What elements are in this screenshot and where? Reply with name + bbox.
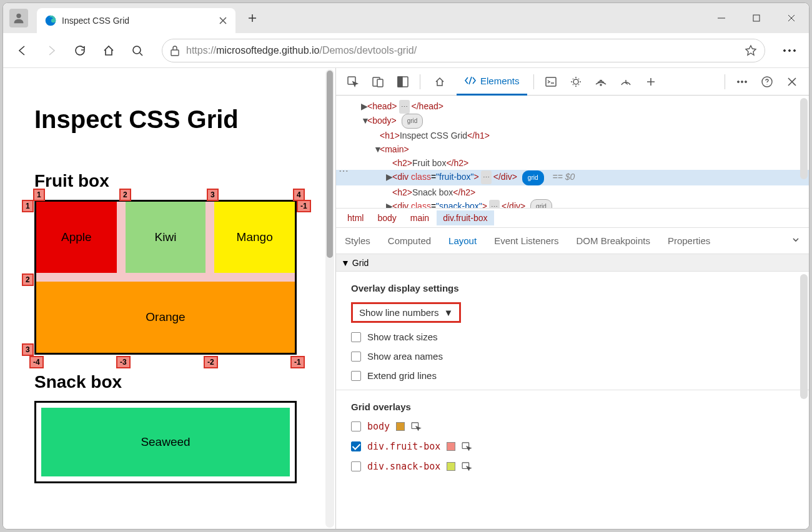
breadcrumb: html body main div.fruit-box: [336, 208, 809, 228]
grid-line-label: 1: [33, 189, 45, 201]
inspect-icon[interactable]: [342, 71, 364, 92]
favorite-icon[interactable]: [745, 44, 757, 57]
add-tool-icon[interactable]: [640, 71, 661, 92]
grid-line-label: 3: [207, 189, 219, 201]
grid-overlays-heading: Grid overlays: [351, 401, 794, 412]
tab-event-listeners[interactable]: Event Listeners: [494, 235, 558, 246]
network-icon[interactable]: [590, 71, 611, 92]
tab-dom-breakpoints[interactable]: DOM Breakpoints: [577, 235, 650, 246]
home-button[interactable]: [99, 41, 118, 60]
color-swatch[interactable]: [447, 442, 455, 451]
grid-badge[interactable]: grid: [402, 114, 423, 129]
more-button[interactable]: [780, 41, 799, 60]
reveal-icon[interactable]: [411, 422, 422, 431]
devtools-panel: Elements ▶<head>⋯</head> ▼<body> grid <h…: [335, 68, 809, 529]
url-text: https://microsoftedge.github.io/Demos/de…: [186, 45, 738, 56]
profile-icon[interactable]: [9, 9, 28, 27]
reveal-icon[interactable]: [462, 462, 473, 471]
close-icon[interactable]: [218, 16, 228, 26]
layout-scrollbar[interactable]: [800, 274, 808, 399]
tab-styles[interactable]: Styles: [345, 235, 370, 246]
svg-point-3: [133, 46, 141, 54]
overlay-body-checkbox[interactable]: [351, 421, 361, 431]
breadcrumb-item[interactable]: html: [341, 210, 370, 225]
fruit-box-heading: Fruit box: [34, 171, 304, 191]
lock-icon: [170, 45, 180, 56]
color-swatch[interactable]: [447, 462, 455, 471]
fruit-box-grid: Apple Kiwi Mango Orange: [34, 200, 297, 355]
grid-line-label: -1: [297, 200, 311, 212]
svg-rect-4: [171, 50, 179, 56]
dom-scrollbar[interactable]: [800, 98, 808, 179]
more-panels-icon[interactable]: [791, 235, 800, 246]
url-bar[interactable]: https://microsoftedge.github.io/Demos/de…: [162, 39, 765, 62]
breadcrumb-item[interactable]: div.fruit-box: [437, 210, 493, 225]
edge-icon: [44, 14, 57, 27]
svg-point-18: [745, 81, 747, 82]
svg-point-5: [784, 49, 786, 51]
device-icon[interactable]: [367, 71, 389, 92]
grid-badge-active[interactable]: grid: [522, 170, 544, 185]
search-button[interactable]: [128, 41, 147, 60]
tab-properties[interactable]: Properties: [668, 235, 710, 246]
grid-line-label: -2: [204, 356, 218, 368]
browser-tab[interactable]: Inspect CSS Grid: [37, 8, 235, 33]
grid-section-header[interactable]: ▼Grid: [336, 254, 809, 272]
devtools-toolbar: Elements: [336, 68, 809, 96]
extend-grid-lines-checkbox[interactable]: [351, 371, 361, 381]
orange-cell: Orange: [36, 282, 295, 353]
svg-point-7: [794, 49, 796, 51]
snack-box-heading: Snack box: [34, 372, 304, 392]
sources-icon[interactable]: [565, 71, 587, 92]
line-numbers-dropdown[interactable]: Show line numbers▼: [351, 302, 461, 323]
svg-point-16: [738, 81, 740, 82]
elements-tab[interactable]: Elements: [457, 68, 527, 96]
apple-cell: Apple: [36, 202, 117, 273]
color-swatch[interactable]: [396, 422, 405, 431]
svg-point-0: [16, 14, 21, 18]
page-scrollbar[interactable]: [325, 69, 334, 528]
breadcrumb-item[interactable]: body: [371, 210, 402, 225]
overlay-settings-heading: Overlay display settings: [351, 283, 794, 293]
grid-line-label: 2: [22, 273, 34, 286]
more-tools-icon[interactable]: [731, 71, 753, 92]
dom-tree[interactable]: ▶<head>⋯</head> ▼<body> grid <h1>Inspect…: [336, 96, 809, 208]
overlay-fruitbox-checkbox[interactable]: [351, 441, 361, 451]
maximize-button[interactable]: [739, 6, 774, 31]
page-title: Inspect CSS Grid: [34, 106, 304, 134]
tab-layout[interactable]: Layout: [448, 235, 477, 246]
dock-icon[interactable]: [392, 71, 413, 92]
reveal-icon[interactable]: [462, 442, 473, 451]
welcome-tab[interactable]: [427, 68, 453, 96]
console-icon[interactable]: [540, 71, 562, 92]
back-button[interactable]: [13, 41, 32, 60]
mango-cell: Mango: [214, 202, 295, 273]
breadcrumb-item[interactable]: main: [404, 210, 435, 225]
grid-badge[interactable]: grid: [530, 199, 552, 208]
close-devtools-icon[interactable]: [781, 71, 803, 92]
refresh-button[interactable]: [71, 41, 89, 60]
minimize-button[interactable]: [704, 6, 739, 31]
page-content: Inspect CSS Grid Fruit box Apple Kiwi Ma…: [3, 68, 335, 529]
show-track-sizes-checkbox[interactable]: [351, 332, 361, 342]
overlay-snackbox-checkbox[interactable]: [351, 461, 361, 471]
svg-point-15: [600, 84, 602, 86]
svg-point-6: [789, 49, 791, 51]
layout-body: Overlay display settings Show line numbe…: [336, 272, 809, 529]
grid-line-label: 1: [22, 200, 34, 212]
close-window-button[interactable]: [774, 6, 809, 31]
grid-line-label: 4: [293, 189, 305, 201]
grid-line-label: 3: [22, 343, 34, 356]
svg-point-14: [573, 79, 578, 84]
help-icon[interactable]: [756, 71, 778, 92]
snack-box-grid: Seaweed: [34, 401, 297, 483]
show-area-names-checkbox[interactable]: [351, 352, 361, 362]
grid-line-label: -1: [290, 356, 305, 368]
tab-computed[interactable]: Computed: [388, 235, 431, 246]
new-tab-button[interactable]: [243, 9, 262, 27]
kiwi-cell: Kiwi: [126, 202, 206, 273]
grid-line-label: 2: [119, 189, 131, 201]
performance-icon[interactable]: [615, 71, 636, 92]
svg-point-17: [741, 81, 743, 82]
toolbar: https://microsoftedge.github.io/Demos/de…: [3, 33, 809, 68]
